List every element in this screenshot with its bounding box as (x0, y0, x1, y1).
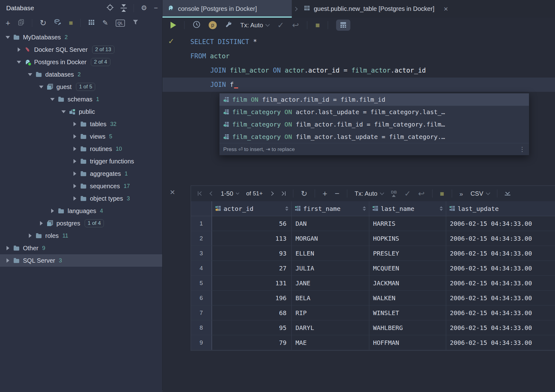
console-ql-icon[interactable]: QL (116, 20, 125, 27)
tab-new-table[interactable]: guest.public.new_table [Postgres in Dock… (299, 0, 453, 18)
page-range-selector[interactable]: 1-50 (221, 190, 239, 197)
tree-item-postgres-in-docker[interactable]: Postgres in Docker 2 of 4 (0, 56, 162, 68)
next-page-button[interactable] (270, 192, 273, 195)
tree-item-roles[interactable]: roles 11 (0, 229, 162, 242)
table-row[interactable]: 9 79 MAE HOFFMAN 2006-02-15 04:34:33.00 (191, 335, 555, 350)
tree-item-other[interactable]: Other 9 (0, 242, 162, 254)
reload-data-icon[interactable]: ↻ (301, 190, 307, 198)
run-button[interactable] (171, 22, 176, 29)
last-page-button[interactable] (281, 191, 286, 196)
tab-console[interactable]: console [Postgres in Docker] (162, 0, 292, 18)
expand-arrow[interactable] (40, 221, 43, 225)
column-header-first-name[interactable]: first_name (292, 201, 369, 216)
tx-mode-selector[interactable]: Tx: Auto (355, 190, 384, 197)
completion-item[interactable]: film ON film_actor.film_id = film.film_i… (220, 93, 529, 106)
tree-item-postgres-db[interactable]: postgres 1 of 4 (0, 217, 162, 229)
tree-item-aggregates[interactable]: aggregates 1 (0, 167, 162, 180)
sort-toggle[interactable] (285, 206, 288, 211)
divider (134, 4, 134, 12)
table-row[interactable]: 4 27 JULIA MCQUEEN 2006-02-15 04:34:33.0… (191, 261, 555, 276)
column-header-actor-id[interactable]: actor_id (212, 201, 292, 216)
download-icon[interactable] (505, 192, 510, 195)
history-icon[interactable] (193, 20, 201, 30)
tree-item-object-types[interactable]: object types 3 (0, 192, 162, 205)
folder-icon (81, 197, 86, 201)
expand-arrow[interactable] (61, 110, 66, 113)
tree-item-public[interactable]: public (0, 105, 162, 118)
expand-arrow[interactable] (73, 122, 76, 126)
export-format-selector[interactable]: CSV (470, 190, 489, 197)
column-header-last-update[interactable]: last_update (446, 201, 555, 216)
tree-item-trigger-functions[interactable]: trigger functions (0, 155, 162, 167)
expand-arrow[interactable] (28, 73, 32, 76)
expand-arrow[interactable] (50, 98, 55, 101)
table-row[interactable]: 8 95 DARYL WAHLBERG 2006-02-15 04:34:33.… (191, 320, 555, 335)
tree-item-languages[interactable]: languages 4 (0, 205, 162, 217)
tree-item-docker-sql-server[interactable]: Docker SQL Server 2 of 13 (0, 43, 162, 56)
column-header-last-name[interactable]: last_name (369, 201, 446, 216)
kebab-menu-icon[interactable]: ⋮ (519, 145, 525, 153)
refresh-icon[interactable]: ↻ (40, 19, 47, 27)
table-row[interactable]: 1 56 DAN HARRIS 2006-02-15 04:34:33.00 (191, 216, 555, 231)
session-badge[interactable]: p (209, 21, 217, 29)
locate-icon[interactable] (106, 4, 114, 12)
expand-arrow[interactable] (6, 36, 10, 39)
jump-to-datasource-icon[interactable] (54, 19, 61, 27)
expand-arrow[interactable] (73, 134, 76, 139)
sort-toggle[interactable] (363, 206, 366, 211)
expand-arrow[interactable] (73, 184, 76, 188)
postgres-icon (167, 5, 174, 13)
add-datasource-button[interactable]: + (6, 19, 10, 27)
table-row[interactable]: 3 93 ELLEN PRESLEY 2006-02-15 04:34:33.0… (191, 246, 555, 261)
in-editor-results-toggle[interactable] (336, 20, 350, 31)
expand-arrow[interactable] (7, 246, 9, 250)
tree-item-mydatabases[interactable]: MyDatabases 2 (0, 31, 162, 43)
expand-arrow[interactable] (29, 234, 32, 238)
more-options-icon[interactable]: » (460, 190, 463, 197)
tx-mode-selector[interactable]: Tx: Auto (240, 22, 269, 29)
expand-arrow[interactable] (18, 47, 20, 52)
tree-item-routines[interactable]: routines 10 (0, 143, 162, 155)
expand-arrow[interactable] (17, 61, 21, 64)
expand-arrow[interactable] (73, 172, 76, 176)
expand-arrow[interactable] (73, 159, 76, 163)
expand-arrow[interactable] (39, 86, 43, 88)
completion-item[interactable]: film_category ON actor.last_update = fil… (220, 106, 529, 118)
edit-pencil-icon[interactable]: ✎ (102, 20, 108, 26)
gear-icon[interactable]: ⚙ (141, 5, 147, 11)
tree-item-views[interactable]: views 5 (0, 130, 162, 143)
expand-arrow[interactable] (73, 147, 76, 151)
table-view-icon[interactable] (88, 19, 95, 27)
rollback-icon: ↩ (292, 21, 299, 29)
text-caret (234, 81, 238, 88)
tree-item-guest[interactable]: guest 1 of 5 (0, 81, 162, 93)
close-tab-icon[interactable]: × (444, 5, 448, 13)
tree-item-tables[interactable]: tables 32 (0, 118, 162, 130)
filter-icon[interactable] (132, 19, 139, 27)
table-row[interactable]: 2 113 MORGAN HOPKINS 2006-02-15 04:34:33… (191, 231, 555, 246)
completion-hint: Press ⏎ to insert, ⇥ to replace ⋮ (220, 143, 529, 155)
tree-item-schemas[interactable]: schemas 1 (0, 93, 162, 105)
table-row[interactable]: 7 68 RIP WINSLET 2006-02-15 04:34:33.00 (191, 305, 555, 320)
completion-item[interactable]: film_category ON film_actor.last_update … (220, 131, 529, 143)
prev-page-button[interactable] (210, 192, 213, 195)
table-row[interactable]: 5 131 JANE JACKMAN 2006-02-15 04:34:33.0… (191, 276, 555, 291)
settings-wrench-icon[interactable] (225, 21, 232, 29)
collapse-all-icon[interactable] (121, 4, 127, 12)
first-page-button[interactable] (198, 191, 203, 196)
add-row-button[interactable]: + (322, 189, 327, 198)
table-row[interactable]: 6 196 BELA WALKEN 2006-02-15 04:34:33.00 (191, 291, 555, 305)
delete-row-button[interactable]: − (335, 189, 340, 198)
close-results-icon[interactable]: × (170, 187, 175, 197)
expand-arrow[interactable] (73, 196, 76, 201)
expand-arrow[interactable] (51, 209, 54, 213)
completion-item[interactable]: film_category ON film_actor.film_id = fi… (220, 118, 529, 131)
expand-arrow[interactable] (7, 258, 9, 263)
tree-item-databases[interactable]: databases 2 (0, 68, 162, 81)
sort-toggle[interactable] (440, 206, 443, 211)
tree-item-sql-server[interactable]: SQL Server 3 (0, 254, 162, 267)
tree-item-sequences[interactable]: sequences 17 (0, 180, 162, 192)
hide-panel-icon[interactable]: − (154, 5, 158, 11)
duplicate-icon[interactable] (18, 19, 24, 27)
editor-area: console [Postgres in Docker] guest.publi… (162, 0, 555, 392)
